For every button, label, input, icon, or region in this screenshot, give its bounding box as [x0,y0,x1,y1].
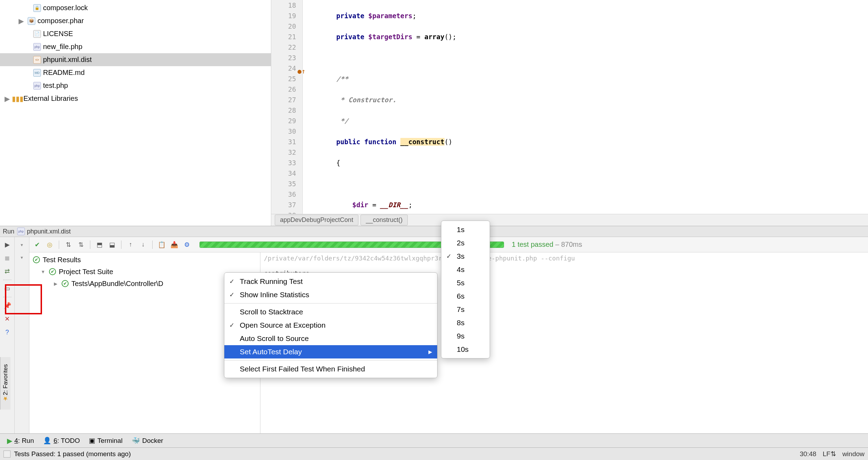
checkmark-icon: ✓ [229,321,234,329]
delay-option[interactable]: ✓3s [441,250,490,263]
file-icon: 📦 [28,17,35,25]
library-icon: ▮▮▮ [14,95,21,103]
collapse-button[interactable]: ▾ [17,240,27,250]
prev-icon[interactable]: ↑ [126,240,135,250]
file-icon: php [33,43,41,51]
rerun-button[interactable]: ▶ [2,240,12,250]
checkmark-icon: ✓ [446,252,451,260]
delay-option[interactable]: 8s [441,316,490,329]
delay-option[interactable]: 9s [441,329,490,343]
tool-todo[interactable]: 👤6: TODO [43,437,80,445]
caret-position: 30:48 [800,450,817,458]
next-icon[interactable]: ↓ [138,240,148,250]
encoding[interactable]: window [842,450,864,458]
external-libraries[interactable]: ▶▮▮▮External Libraries [0,92,271,105]
code-area[interactable]: private $parameters; private $targetDirs… [303,0,868,214]
tool-docker[interactable]: 🐳Docker [132,437,163,445]
person-icon: 👤 [43,437,51,445]
menu-item-track-running[interactable]: ✓Track Running Test [224,275,437,288]
tree-file[interactable]: 🔒composer.lock [0,1,271,14]
sort2-icon[interactable]: ⇅ [76,240,86,250]
help-button[interactable]: ? [2,327,12,337]
code-editor[interactable]: 181920212223 24●↑ 2526272829303132333435… [271,0,868,226]
menu-item-inline-stats[interactable]: ✓Show Inline Statistics [224,288,437,301]
settings-icon[interactable]: ⚙ [182,240,192,250]
tool-run[interactable]: ▶4: Run [7,437,34,445]
delay-option[interactable]: 10s [441,343,490,356]
breadcrumb-item[interactable]: appDevDebugProjectCont [275,215,358,225]
run-label: Run [3,228,14,235]
delay-option[interactable]: 4s [441,263,490,276]
menu-item-open-source-exc[interactable]: ✓Open Source at Exception [224,319,437,332]
show-ignored-icon[interactable]: ◎ [45,240,55,250]
toggle-autotest-button[interactable]: ⇄ [2,266,12,276]
collapse-all-icon[interactable]: ⬓ [107,240,117,250]
run-mid-toolbar: ▾ ▾ [15,237,29,433]
run-panel-header: Run php phpunit.xml.dist [0,226,868,237]
menu-item-autoscroll[interactable]: Auto Scroll to Source [224,332,437,345]
delay-option[interactable]: 6s [441,290,490,303]
line-ending[interactable]: LF⇅ [822,450,836,458]
pass-icon: ✔ [49,268,56,275]
breadcrumb-item[interactable]: __construct() [360,215,408,225]
pass-icon: ✔ [33,256,40,263]
delay-submenu[interactable]: 1s 2s ✓3s 4s 5s 6s 7s 8s 9s 10s [441,221,490,358]
checkmark-icon: ✓ [229,278,234,285]
expand-button[interactable]: ▾ [17,252,27,262]
terminal-icon: ▣ [89,437,95,445]
sort-icon[interactable]: ⇅ [63,240,73,250]
favorites-tab[interactable]: ★ 2: Favorites [0,357,10,410]
delay-option[interactable]: 2s [441,236,490,250]
pass-icon: ✔ [62,280,69,287]
import-icon[interactable]: 📥 [169,240,179,250]
expand-icon[interactable]: ▶ [18,18,24,24]
tree-file[interactable]: phptest.php [0,79,271,92]
docker-icon: 🐳 [132,437,140,445]
file-icon: MD [33,69,41,77]
delay-option[interactable]: 7s [441,303,490,316]
status-icon [4,451,10,458]
context-menu[interactable]: ✓Track Running Test ✓Show Inline Statist… [224,272,438,378]
submenu-arrow-icon: ▶ [428,349,432,355]
menu-item-autotest-delay[interactable]: Set AutoTest Delay▶ [224,345,437,358]
breadcrumb-bar: appDevDebugProjectCont __construct() [271,214,868,226]
file-icon: <> [33,56,41,64]
checkmark-icon: ✓ [229,291,234,299]
delay-option[interactable]: 5s [441,276,490,290]
tree-file[interactable]: 📄LICENSE [0,27,271,40]
line-gutter: 181920212223 24●↑ 2526272829303132333435… [271,0,303,214]
stop-button[interactable]: ◼ [2,253,12,263]
expand-icon[interactable]: ▶ [4,96,10,102]
project-tree[interactable]: 🔒composer.lock ▶📦composer.phar 📄LICENSE … [0,0,271,226]
tree-file[interactable]: MDREADME.md [0,66,271,79]
tool-terminal[interactable]: ▣Terminal [89,437,122,445]
menu-item-scroll-stacktrace[interactable]: Scroll to Stacktrace [224,305,437,319]
close-button[interactable]: ✕ [2,314,12,324]
status-text: Tests Passed: 1 passed (moments ago) [14,450,131,458]
config-icon: php [17,228,25,235]
show-passed-icon[interactable]: ✔ [32,240,42,250]
file-icon: 🔒 [33,4,41,12]
tree-file-selected[interactable]: <>phpunit.xml.dist [0,53,271,66]
highlight-box [5,284,42,314]
menu-item-select-first-failed[interactable]: Select First Failed Test When Finished [224,362,437,376]
delay-option[interactable]: 1s [441,223,490,236]
tree-file[interactable]: ▶📦composer.phar [0,14,271,27]
file-icon: php [33,82,41,90]
bottom-tool-bar: ▶4: Run 👤6: TODO ▣Terminal 🐳Docker [0,433,868,447]
play-icon: ▶ [7,437,12,445]
file-icon: 📄 [33,30,41,38]
test-summary: 1 test passed – 870ms [512,241,582,249]
expand-all-icon[interactable]: ⬒ [94,240,104,250]
export-icon[interactable]: 📋 [157,240,167,250]
expand-icon[interactable]: ▶ [52,281,59,286]
run-config-name: phpunit.xml.dist [27,228,71,235]
status-bar: Tests Passed: 1 passed (moments ago) 30:… [0,447,868,460]
expand-icon[interactable]: ▼ [40,269,46,274]
tree-file[interactable]: phpnew_file.php [0,40,271,53]
